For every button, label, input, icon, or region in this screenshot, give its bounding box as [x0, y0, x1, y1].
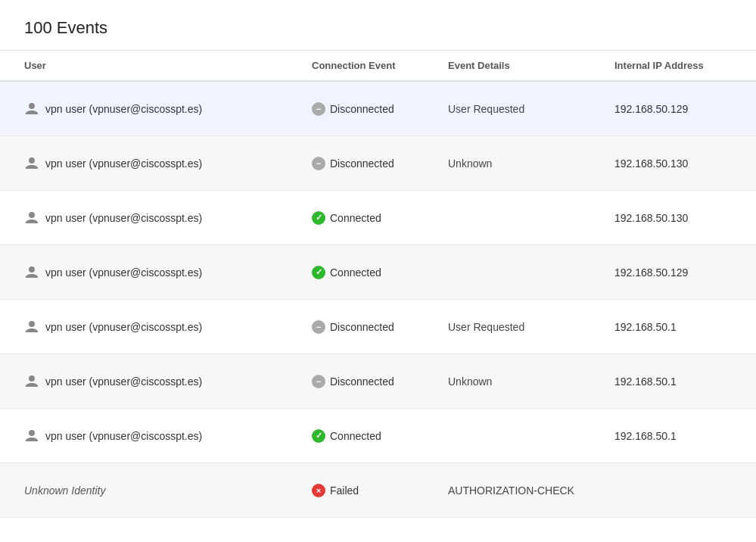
ip-cell	[614, 478, 732, 503]
status-text: Disconnected	[330, 103, 394, 115]
page-title: 100 Events	[24, 18, 732, 38]
table-row: vpn user (vpnuser@ciscosspt.es) − Discon…	[0, 136, 756, 191]
col-internal-ip: Internal IP Address	[614, 60, 732, 71]
status-badge: − Disconnected	[312, 375, 394, 388]
user-name: vpn user (vpnuser@ciscosspt.es)	[45, 212, 202, 224]
event-detail: User Requested	[448, 103, 524, 115]
event-detail: Unknown	[448, 375, 492, 388]
user-cell: vpn user (vpnuser@ciscosspt.es)	[24, 416, 312, 456]
status-text: Disconnected	[330, 157, 394, 170]
connection-event-cell: ✓ Connected	[312, 199, 448, 237]
table-row: vpn user (vpnuser@ciscosspt.es) ✓ Connec…	[0, 409, 756, 463]
event-details-cell	[448, 424, 614, 448]
table-body: vpn user (vpnuser@ciscosspt.es) − Discon…	[0, 82, 756, 518]
user-cell: vpn user (vpnuser@ciscosspt.es)	[24, 198, 312, 238]
status-badge: ✓ Connected	[312, 266, 381, 279]
user-cell: vpn user (vpnuser@ciscosspt.es)	[24, 362, 312, 401]
event-details-cell: User Requested	[448, 91, 614, 127]
user-cell: vpn user (vpnuser@ciscosspt.es)	[24, 307, 312, 347]
table-row: vpn user (vpnuser@ciscosspt.es) − Discon…	[0, 82, 756, 136]
table-row: vpn user (vpnuser@ciscosspt.es) − Discon…	[0, 354, 756, 409]
user-icon	[24, 428, 39, 444]
ip-address: 192.168.50.1	[614, 321, 677, 333]
ip-cell: 192.168.50.1	[614, 363, 732, 400]
connection-event-cell: − Disconnected	[312, 145, 448, 182]
status-text: Connected	[330, 430, 381, 442]
ip-cell: 192.168.50.129	[614, 254, 732, 291]
connection-event-cell: − Disconnected	[312, 90, 448, 128]
status-icon: −	[312, 102, 325, 116]
status-icon: ×	[312, 484, 325, 497]
status-text: Disconnected	[330, 375, 394, 388]
events-table: User Connection Event Event Details Inte…	[0, 51, 756, 518]
status-text: Connected	[330, 212, 381, 224]
status-icon: ✓	[312, 211, 325, 225]
status-icon: ✓	[312, 429, 325, 443]
event-details-cell: AUTHORIZATION-CHECK	[448, 472, 614, 509]
status-text: Connected	[330, 266, 381, 279]
event-detail: Unknown	[448, 157, 492, 170]
user-cell: vpn user (vpnuser@ciscosspt.es)	[24, 144, 312, 183]
event-details-cell	[448, 206, 614, 230]
event-detail: User Requested	[448, 321, 524, 333]
table-row: vpn user (vpnuser@ciscosspt.es) − Discon…	[0, 300, 756, 354]
status-icon: −	[312, 320, 325, 334]
table-row: vpn user (vpnuser@ciscosspt.es) ✓ Connec…	[0, 245, 756, 300]
event-details-cell	[448, 260, 614, 285]
user-name: vpn user (vpnuser@ciscosspt.es)	[45, 430, 202, 442]
event-details-cell: Unknown	[448, 145, 614, 182]
col-connection-event: Connection Event	[312, 60, 448, 71]
status-text: Disconnected	[330, 321, 394, 333]
status-text: Failed	[330, 484, 359, 497]
ip-address: 192.168.50.129	[614, 266, 688, 279]
connection-event-cell: − Disconnected	[312, 308, 448, 346]
connection-event-cell: ✓ Connected	[312, 417, 448, 455]
status-badge: ✓ Connected	[312, 429, 381, 443]
user-name: vpn user (vpnuser@ciscosspt.es)	[45, 103, 202, 115]
connection-event-cell: × Failed	[312, 472, 448, 509]
ip-cell: 192.168.50.1	[614, 418, 732, 454]
user-icon	[24, 210, 39, 226]
table-row: vpn user (vpnuser@ciscosspt.es) ✓ Connec…	[0, 191, 756, 245]
ip-address: 192.168.50.130	[614, 212, 688, 224]
status-badge: − Disconnected	[312, 102, 394, 116]
col-event-details: Event Details	[448, 60, 614, 71]
user-name: vpn user (vpnuser@ciscosspt.es)	[45, 266, 202, 279]
status-icon: −	[312, 375, 325, 388]
event-detail: AUTHORIZATION-CHECK	[448, 484, 574, 497]
ip-cell: 192.168.50.129	[614, 91, 732, 127]
user-icon	[24, 101, 39, 117]
connection-event-cell: − Disconnected	[312, 363, 448, 400]
user-cell: Unknown Identity	[24, 472, 312, 509]
ip-cell: 192.168.50.130	[614, 145, 732, 182]
table-row: Unknown Identity × Failed AUTHORIZATION-…	[0, 463, 756, 518]
status-icon: ✓	[312, 266, 325, 279]
col-user: User	[24, 60, 312, 71]
table-header: User Connection Event Event Details Inte…	[0, 51, 756, 82]
user-name: vpn user (vpnuser@ciscosspt.es)	[45, 157, 202, 170]
ip-cell: 192.168.50.130	[614, 200, 732, 236]
status-badge: × Failed	[312, 484, 359, 497]
user-cell: vpn user (vpnuser@ciscosspt.es)	[24, 89, 312, 129]
user-icon	[24, 374, 39, 389]
ip-address: 192.168.50.1	[614, 430, 677, 442]
status-icon: −	[312, 157, 325, 170]
page-header: 100 Events	[0, 0, 756, 51]
status-badge: − Disconnected	[312, 320, 394, 334]
ip-address: 192.168.50.1	[614, 375, 677, 388]
ip-cell: 192.168.50.1	[614, 309, 732, 345]
user-icon	[24, 319, 39, 335]
ip-address: 192.168.50.130	[614, 157, 688, 170]
user-icon	[24, 156, 39, 171]
ip-address: 192.168.50.129	[614, 103, 688, 115]
user-icon	[24, 265, 39, 280]
status-badge: − Disconnected	[312, 157, 394, 170]
user-cell: vpn user (vpnuser@ciscosspt.es)	[24, 253, 312, 292]
event-details-cell: User Requested	[448, 309, 614, 345]
connection-event-cell: ✓ Connected	[312, 254, 448, 291]
status-badge: ✓ Connected	[312, 211, 381, 225]
event-details-cell: Unknown	[448, 363, 614, 400]
user-name: Unknown Identity	[24, 484, 105, 497]
user-name: vpn user (vpnuser@ciscosspt.es)	[45, 375, 202, 388]
user-name: vpn user (vpnuser@ciscosspt.es)	[45, 321, 202, 333]
